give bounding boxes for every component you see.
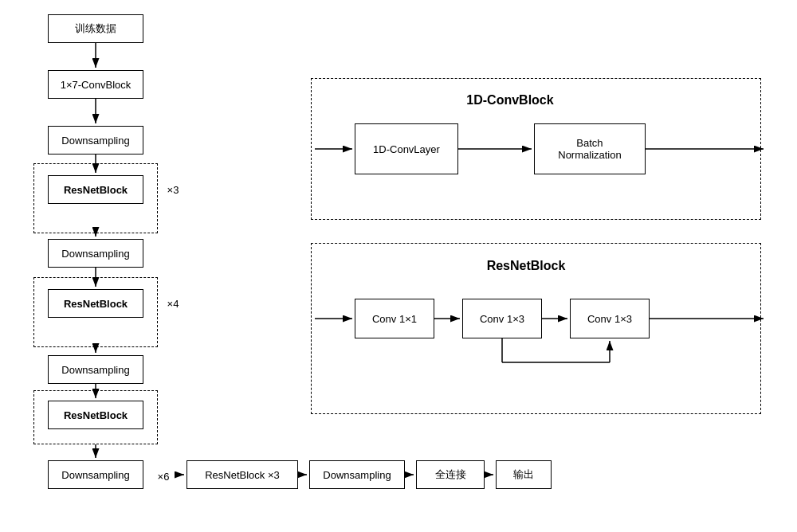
- downsampling1-label: Downsampling: [61, 135, 129, 147]
- fully-connected-box: 全连接: [416, 460, 485, 489]
- resnet-block-x3-label: ResNetBlock ×3: [205, 469, 280, 481]
- downsampling5-label: Downsampling: [323, 469, 391, 481]
- conv1x1-label: Conv 1×1: [372, 313, 417, 325]
- downsampling1-box: Downsampling: [48, 126, 143, 155]
- batch-norm-label: Batch Normalization: [558, 137, 621, 161]
- resnet-block-x3-box: ResNetBlock ×3: [186, 460, 298, 489]
- batch-norm-box: Batch Normalization: [534, 123, 646, 174]
- resnetblock-title: ResNetBlock: [446, 255, 606, 277]
- conv1x3a-box: Conv 1×3: [462, 299, 542, 338]
- multiply2-label: ×4: [163, 295, 183, 311]
- conv1x3a-label: Conv 1×3: [480, 313, 524, 325]
- output-label: 输出: [513, 467, 534, 482]
- fully-connected-label: 全连接: [435, 467, 466, 482]
- conv-layer-label: 1D-ConvLayer: [373, 143, 440, 155]
- multiply3-label: ×6: [151, 468, 175, 484]
- resnet-block3-label: ResNetBlock: [64, 409, 128, 421]
- downsampling4-label: Downsampling: [61, 469, 129, 481]
- output-box: 输出: [496, 460, 552, 489]
- training-data-box: 训练数据: [48, 14, 143, 43]
- conv-layer-box: 1D-ConvLayer: [355, 123, 458, 174]
- resnet-block1-box: ResNetBlock: [48, 175, 143, 204]
- resnet-block1-label: ResNetBlock: [64, 184, 128, 196]
- downsampling2-label: Downsampling: [61, 248, 129, 260]
- conv1x1-box: Conv 1×1: [355, 299, 434, 338]
- downsampling3-label: Downsampling: [61, 364, 129, 376]
- convblock-title: 1D-ConvBlock: [430, 89, 590, 111]
- diagram-container: 训练数据 1×7-ConvBlock Downsampling ResNetBl…: [0, 0, 797, 532]
- downsampling4-box: Downsampling: [48, 460, 143, 489]
- conv1x3b-label: Conv 1×3: [587, 313, 632, 325]
- conv1x3b-box: Conv 1×3: [570, 299, 650, 338]
- resnet-block2-label: ResNetBlock: [64, 298, 128, 310]
- conv-block-box: 1×7-ConvBlock: [48, 70, 143, 99]
- downsampling5-box: Downsampling: [309, 460, 405, 489]
- training-data-label: 训练数据: [75, 22, 116, 36]
- downsampling2-box: Downsampling: [48, 239, 143, 268]
- resnet-block3-box: ResNetBlock: [48, 401, 143, 429]
- downsampling3-box: Downsampling: [48, 355, 143, 384]
- resnet-block2-box: ResNetBlock: [48, 289, 143, 318]
- multiply1-label: ×3: [163, 182, 183, 198]
- conv-block-label: 1×7-ConvBlock: [61, 79, 132, 91]
